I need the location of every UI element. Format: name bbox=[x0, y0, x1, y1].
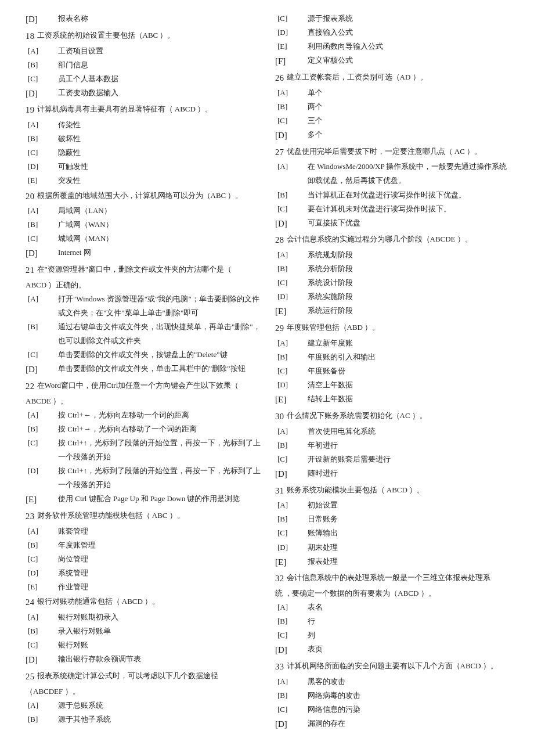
option-letter: [D] bbox=[273, 466, 308, 483]
question-text: 计算机病毒具有主要具有的显著特征有（ ABCD ）。 bbox=[35, 102, 213, 118]
option-row: [F]定义审核公式 bbox=[273, 53, 511, 70]
option-letter: [B] bbox=[273, 262, 308, 276]
option-text: 按 Ctrl+↑，光标到了段落的开始位置，再按一下，光标到了上一个段落的开始 bbox=[58, 464, 261, 492]
option-text: 直接输入公式 bbox=[308, 26, 511, 39]
option-letter: [A] bbox=[273, 336, 308, 350]
option-letter: [C] bbox=[273, 526, 308, 540]
option-letter: [C] bbox=[23, 232, 58, 246]
option-letter: [A] bbox=[273, 675, 308, 689]
question-line: 30 什么情况下账务系统需要初始化（AC ）。 bbox=[273, 409, 511, 424]
option-letter: [B] bbox=[273, 100, 308, 114]
question-line: 22在Word窗口中，使用Ctrl加任意一个方向键会产生以下效果（ bbox=[23, 379, 261, 394]
option-letter: [B] bbox=[273, 350, 308, 364]
option-letter: [C] bbox=[273, 114, 308, 128]
question-text: 会计信息系统的实施过程分为哪几个阶段（ABCDE ）。 bbox=[284, 232, 472, 248]
option-letter: [B] bbox=[273, 614, 308, 628]
question-number: 20 bbox=[23, 189, 35, 204]
option-row: [A]局域网（LAN） bbox=[23, 204, 261, 218]
option-letter: [A] bbox=[23, 44, 58, 58]
option-row: [E]作业管理 bbox=[23, 580, 261, 594]
option-letter: [A] bbox=[273, 86, 308, 100]
question-line: 21在"资源管理器"窗口中，删除文件或文件夹的方法哪个是（ bbox=[23, 262, 261, 278]
question-text: 报表系统确定计算公式时，可以考虑以下几个数据途径 bbox=[35, 669, 218, 685]
option-letter: [B] bbox=[23, 132, 58, 146]
option-row: [C]隐蔽性 bbox=[23, 146, 261, 160]
question-number: 31 bbox=[273, 483, 284, 499]
option-text: 随时进行 bbox=[308, 466, 511, 483]
option-row: [D]漏洞的存在 bbox=[273, 717, 511, 733]
option-row: [D]直接输入公式 bbox=[273, 26, 511, 39]
option-text: 工资变动数据输入 bbox=[58, 86, 261, 102]
option-letter: [B] bbox=[273, 188, 308, 202]
option-letter: [C] bbox=[273, 202, 308, 216]
option-row: [D]期末处理 bbox=[273, 541, 511, 555]
question-line: 26 建立工资帐套后，工资类别可选（AD ）。 bbox=[273, 70, 511, 86]
option-row: [C]列 bbox=[273, 628, 511, 642]
question-line: 25 报表系统确定计算公式时，可以考虑以下几个数据途径 bbox=[23, 669, 261, 685]
option-row: [D]报表名称 bbox=[23, 12, 261, 28]
option-row: [C]单击要删除的文件或文件夹，按键盘上的"Delete"键 bbox=[23, 348, 261, 362]
option-text: 当计算机正在对优盘进行读写操作时拔下优盘。 bbox=[308, 188, 511, 202]
option-text: 系统管理 bbox=[58, 566, 261, 580]
question-text: 会计信息系统中的表处理系统一般是一个三维立体报表处理系 bbox=[284, 571, 490, 586]
option-row: [D]系统实施阶段 bbox=[273, 290, 511, 304]
option-letter: [D] bbox=[273, 642, 308, 658]
option-text: 定义审核公式 bbox=[308, 53, 511, 70]
option-letter: [A] bbox=[273, 498, 308, 512]
option-text: 传染性 bbox=[58, 118, 261, 132]
option-letter: [D] bbox=[273, 128, 308, 144]
question-number: 33 bbox=[273, 659, 284, 675]
option-text: 两个 bbox=[308, 100, 511, 114]
option-text: 隐蔽性 bbox=[58, 146, 261, 160]
option-letter: [A] bbox=[273, 424, 308, 438]
question-text: 银行对账功能通常包括（ ABCD ）。 bbox=[35, 595, 160, 610]
option-text: 初始设置 bbox=[308, 498, 511, 512]
question-line: 33计算机网络所面临的安全问题主要有以下几个方面（ABCD ）。 bbox=[273, 659, 511, 675]
option-row: [D]按 Ctrl+↑，光标到了段落的开始位置，再按一下，光标到了上一个段落的开… bbox=[23, 464, 261, 492]
option-text: 广域网（WAN） bbox=[58, 218, 261, 232]
option-row: [D]可触发性 bbox=[23, 160, 261, 174]
option-text: 破坏性 bbox=[58, 132, 261, 146]
option-text: 员工个人基本数据 bbox=[58, 72, 261, 86]
option-text: 使用 Ctrl 键配合 Page Up 和 Page Down 键的作用是浏览 bbox=[58, 492, 261, 508]
question-line: 23财务软件系统管理功能模块包括（ ABC ）。 bbox=[23, 509, 261, 524]
question-text: 财务软件系统管理功能模块包括（ ABC ）。 bbox=[35, 509, 185, 524]
option-letter: [D] bbox=[273, 26, 308, 39]
option-text: 系统设计阶段 bbox=[308, 276, 511, 290]
option-text: 源于报表系统 bbox=[308, 12, 511, 26]
option-letter: [C] bbox=[23, 72, 58, 86]
option-text: 突发性 bbox=[58, 174, 261, 188]
option-letter: [B] bbox=[23, 624, 58, 638]
option-letter: [C] bbox=[23, 552, 58, 566]
question-number: 26 bbox=[273, 70, 284, 86]
option-row: [E]报表处理 bbox=[273, 555, 511, 571]
option-letter: [A] bbox=[273, 160, 308, 188]
option-row: [B]通过右键单击文件或文件夹，出现快捷菜单，再单击"删除"，也可以删除文件或文… bbox=[23, 320, 261, 348]
option-letter: [B] bbox=[23, 422, 58, 436]
option-text: 单个 bbox=[308, 86, 511, 100]
option-text: 岗位管理 bbox=[58, 552, 261, 566]
question-text: 在"资源管理器"窗口中，删除文件或文件夹的方法哪个是（ bbox=[35, 262, 232, 278]
option-row: [A]单个 bbox=[273, 86, 511, 100]
option-letter: [C] bbox=[273, 364, 308, 378]
question-number: 24 bbox=[23, 595, 35, 610]
option-letter: [D] bbox=[273, 216, 308, 232]
option-row: [A]账套管理 bbox=[23, 524, 261, 538]
option-letter: [B] bbox=[23, 218, 58, 232]
question-text-cont: 统 ，要确定一个数据的所有要素为（ABCD ）。 bbox=[273, 586, 436, 600]
option-text: 在 WindowsMe/2000/XP 操作系统中，一般要先通过操作系统卸载优盘… bbox=[308, 160, 511, 188]
option-text: 报表处理 bbox=[308, 555, 511, 571]
question-text: 建立工资帐套后，工资类别可选（AD ）。 bbox=[284, 70, 428, 86]
option-letter: [C] bbox=[23, 348, 58, 362]
option-letter: [C] bbox=[23, 638, 58, 652]
option-letter: [E] bbox=[273, 39, 308, 53]
option-letter: [D] bbox=[273, 290, 308, 304]
question-number: 22 bbox=[23, 379, 35, 394]
option-text: 可触发性 bbox=[58, 160, 261, 174]
option-letter: [E] bbox=[273, 304, 308, 320]
option-letter: [B] bbox=[23, 58, 58, 72]
option-text: 清空上年数据 bbox=[308, 378, 511, 392]
option-letter: [D] bbox=[23, 464, 58, 492]
question-number: 23 bbox=[23, 509, 35, 524]
option-row: [A]按 Ctrl+←，光标向左移动一个词的距离 bbox=[23, 408, 261, 422]
